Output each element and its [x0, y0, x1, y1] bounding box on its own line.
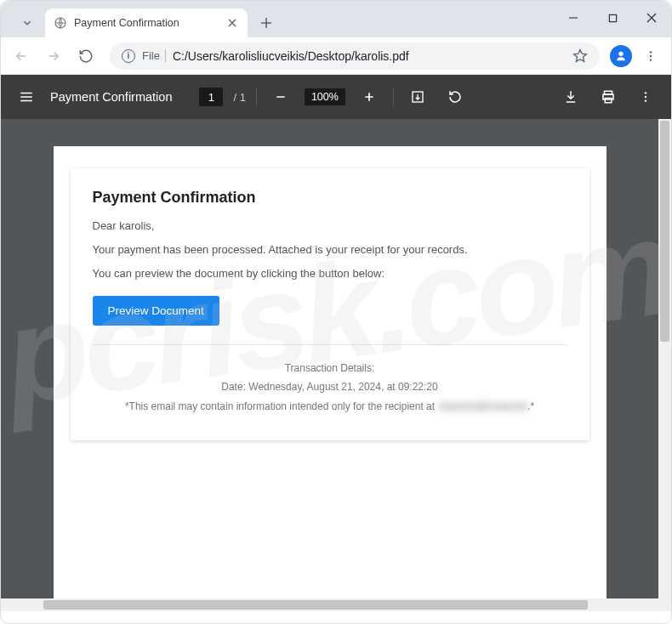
download-button[interactable]: [557, 83, 584, 111]
pdf-toolbar: Payment Confirmation / 1 100%: [1, 75, 671, 119]
pdf-menu-button[interactable]: [13, 83, 40, 111]
window-bottom-edge: [1, 611, 671, 623]
pdf-document-title: Payment Confirmation: [50, 90, 172, 104]
zoom-in-button[interactable]: [356, 83, 383, 111]
browser-tab[interactable]: Payment Confirmation: [45, 9, 248, 37]
tab-close-button[interactable]: [225, 16, 239, 30]
doc-line2: You can preview the document by clicking…: [93, 266, 567, 281]
toolbar-separator: [393, 88, 394, 106]
toolbar-separator: [256, 88, 257, 106]
window-close-button[interactable]: [632, 1, 671, 35]
transaction-details: Transaction Details: Date: Wednesday, Au…: [93, 359, 567, 417]
address-bar[interactable]: i File C:/Users/karolisliucveikis/Deskto…: [110, 43, 600, 70]
details-notice: *This email may contain information inte…: [93, 397, 567, 417]
pdf-page-count: / 1: [233, 91, 245, 104]
svg-point-3: [650, 54, 652, 56]
chrome-menu-button[interactable]: [637, 43, 664, 70]
tab-title: Payment Confirmation: [74, 17, 225, 29]
redacted-recipient: redacted@redacted: [437, 397, 527, 417]
print-button[interactable]: [595, 83, 622, 111]
page-area[interactable]: Payment Confirmation Dear karolis, Your …: [1, 119, 658, 598]
new-tab-button[interactable]: [254, 11, 278, 35]
rotate-button[interactable]: [441, 83, 469, 111]
nav-forward-button[interactable]: [40, 43, 67, 70]
tab-search-button[interactable]: [9, 9, 45, 37]
site-info-icon[interactable]: i: [122, 49, 135, 63]
svg-point-11: [645, 99, 646, 101]
globe-icon: [54, 16, 67, 30]
svg-point-4: [650, 59, 652, 60]
doc-greeting: Dear karolis,: [93, 218, 567, 234]
profile-avatar[interactable]: [610, 45, 632, 67]
window-maximize-button[interactable]: [593, 1, 632, 35]
svg-point-9: [645, 92, 646, 94]
pdf-page: Payment Confirmation Dear karolis, Your …: [54, 146, 607, 611]
svg-point-2: [650, 51, 652, 53]
details-date: Date: Wednesday, August 21, 2024, at 09:…: [93, 377, 567, 397]
window-controls: [554, 1, 671, 35]
scroll-corner: [658, 598, 671, 611]
vertical-scroll-thumb[interactable]: [660, 121, 669, 342]
doc-line1: Your payment has been processed. Attache…: [93, 242, 567, 258]
tab-strip: Payment Confirmation: [1, 1, 671, 37]
pdf-viewport: Payment Confirmation Dear karolis, Your …: [1, 119, 671, 611]
svg-point-10: [645, 96, 646, 98]
preview-document-button[interactable]: Preview Document: [93, 296, 219, 326]
nav-reload-button[interactable]: [72, 43, 100, 70]
pdf-more-button[interactable]: [632, 83, 659, 111]
fit-page-button[interactable]: [404, 83, 431, 111]
divider: [93, 344, 567, 345]
svg-rect-1: [609, 14, 616, 21]
nav-back-button[interactable]: [8, 43, 35, 70]
window-minimize-button[interactable]: [554, 1, 593, 35]
vertical-scrollbar[interactable]: [658, 119, 671, 598]
toolbar: i File C:/Users/karolisliucveikis/Deskto…: [1, 37, 671, 75]
details-header: Transaction Details:: [93, 359, 567, 378]
url-scheme-label: File: [142, 49, 166, 62]
doc-heading: Payment Confirmation: [93, 189, 567, 207]
content-card: Payment Confirmation Dear karolis, Your …: [71, 168, 589, 440]
zoom-level[interactable]: 100%: [305, 88, 345, 105]
zoom-out-button[interactable]: [267, 83, 294, 111]
url-text: C:/Users/karolisliucveikis/Desktop/karol…: [173, 49, 566, 63]
horizontal-scroll-thumb[interactable]: [43, 600, 588, 610]
horizontal-scrollbar[interactable]: [1, 598, 658, 611]
bookmark-star-icon[interactable]: [572, 48, 588, 64]
pdf-page-input[interactable]: [199, 88, 223, 106]
